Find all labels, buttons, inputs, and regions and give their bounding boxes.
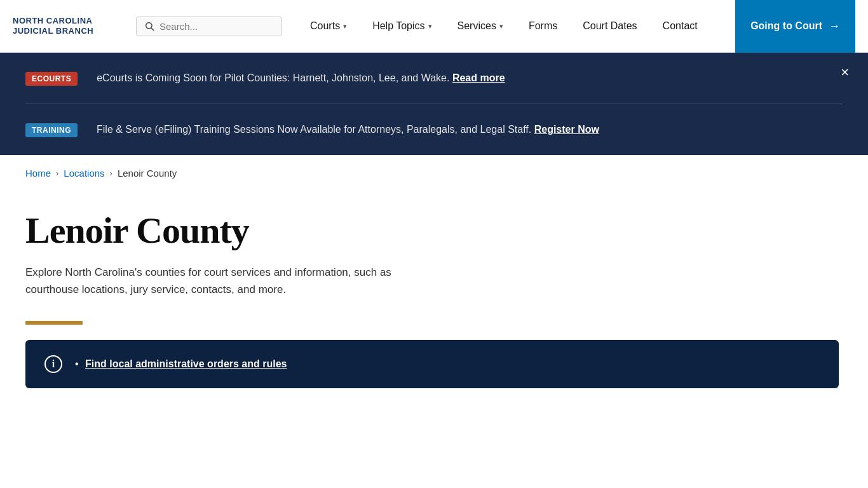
- logo-line1: NORTH CAROLINA: [13, 16, 121, 26]
- bullet-icon: •: [75, 358, 79, 369]
- nav-forms[interactable]: Forms: [516, 0, 570, 53]
- page-title: Lenoir County: [25, 210, 843, 251]
- training-register-link[interactable]: Register Now: [534, 124, 599, 135]
- breadcrumb-locations[interactable]: Locations: [64, 168, 104, 179]
- nav-contact[interactable]: Contact: [650, 0, 710, 53]
- announcement-training: TRAINING File & Serve (eFiling) Training…: [25, 104, 843, 155]
- breadcrumb-home[interactable]: Home: [25, 168, 51, 179]
- breadcrumb: Home › Locations › Lenoir County: [0, 155, 868, 191]
- chevron-down-icon: ▾: [499, 22, 503, 30]
- info-icon: i: [44, 355, 62, 373]
- nav-services[interactable]: Services ▾: [445, 0, 516, 53]
- site-logo[interactable]: NORTH CAROLINA JUDICIAL BRANCH: [13, 16, 121, 36]
- breadcrumb-sep-1: ›: [56, 168, 58, 178]
- nav-court-dates[interactable]: Court Dates: [570, 0, 649, 53]
- chevron-down-icon: ▾: [428, 22, 432, 30]
- admin-orders-link[interactable]: Find local administrative orders and rul…: [85, 358, 287, 369]
- info-card-content: • Find local administrative orders and r…: [75, 358, 287, 370]
- breadcrumb-sep-2: ›: [110, 168, 112, 178]
- gold-divider: [25, 321, 83, 325]
- arrow-right-icon: →: [829, 20, 840, 33]
- main-nav: Courts ▾ Help Topics ▾ Services ▾ Forms …: [297, 0, 735, 53]
- announcements-banner: × ECOURTS eCourts is Coming Soon for Pil…: [0, 53, 868, 155]
- announcement-ecourts-text: eCourts is Coming Soon for Pilot Countie…: [97, 71, 505, 86]
- training-badge: TRAINING: [25, 123, 78, 137]
- page-description: Explore North Carolina's counties for co…: [25, 264, 407, 298]
- search-area[interactable]: [136, 17, 282, 36]
- site-header: NORTH CAROLINA JUDICIAL BRANCH Courts ▾ …: [0, 0, 868, 53]
- logo-line2: JUDICIAL BRANCH: [13, 26, 121, 36]
- main-content: Lenoir County Explore North Carolina's c…: [0, 191, 868, 388]
- search-input[interactable]: [159, 21, 274, 32]
- announcement-ecourts: ECOURTS eCourts is Coming Soon for Pilot…: [25, 53, 843, 104]
- search-icon: [144, 21, 154, 31]
- ecourts-read-more-link[interactable]: Read more: [452, 72, 505, 83]
- close-banner-button[interactable]: ×: [841, 65, 849, 79]
- nav-courts[interactable]: Courts ▾: [297, 0, 360, 53]
- announcement-training-text: File & Serve (eFiling) Training Sessions…: [97, 122, 599, 137]
- svg-line-1: [151, 28, 154, 30]
- going-to-court-cta[interactable]: Going to Court →: [735, 0, 855, 53]
- nav-help-topics[interactable]: Help Topics ▾: [360, 0, 444, 53]
- ecourts-badge: ECOURTS: [25, 72, 78, 86]
- breadcrumb-current: Lenoir County: [118, 168, 177, 179]
- chevron-down-icon: ▾: [343, 22, 347, 30]
- info-card: i • Find local administrative orders and…: [25, 340, 839, 388]
